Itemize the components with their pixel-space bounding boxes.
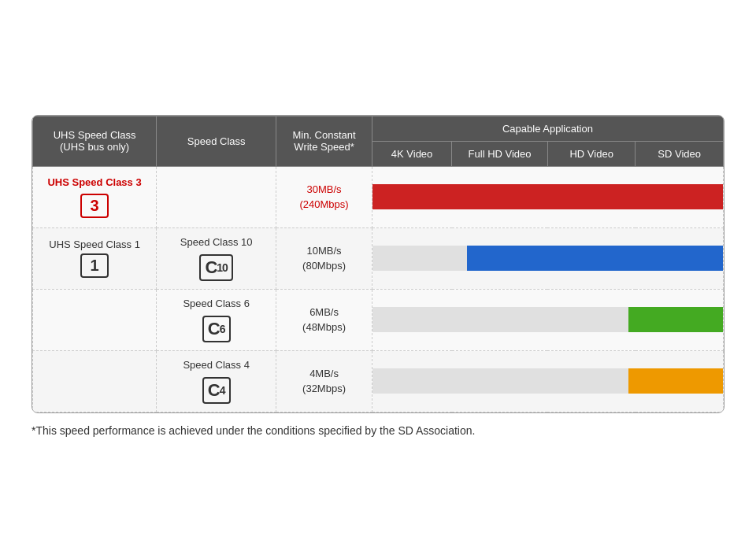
speed-class-cell-uhs3 bbox=[157, 166, 276, 227]
write-speed-cell-4: 4MB/s(32Mbps) bbox=[276, 350, 372, 412]
uhs1-logo-badge: 1 bbox=[80, 253, 109, 278]
class6-logo: C6 bbox=[161, 312, 271, 342]
col-speed-header: Speed Class bbox=[157, 116, 276, 166]
page-wrapper: UHS Speed Class (UHS bus only) Speed Cla… bbox=[32, 115, 724, 437]
footnote: *This speed performance is achieved unde… bbox=[32, 424, 724, 437]
speed-class-cell-6: Speed Class 6 C6 bbox=[157, 289, 276, 350]
uhs-class-cell-1: UHS Speed Class 1 1 bbox=[33, 227, 157, 289]
speed-class-table: UHS Speed Class (UHS bus only) Speed Cla… bbox=[32, 116, 724, 412]
uhs-class-cell: UHS Speed Class 3 3 bbox=[33, 166, 157, 227]
bar-cell-uhs3 bbox=[372, 166, 723, 227]
col-hd-header: HD Video bbox=[547, 141, 636, 166]
uhs-class-cell-empty-4 bbox=[33, 350, 157, 412]
uhs3-logo: 3 bbox=[38, 190, 151, 218]
table-container: UHS Speed Class (UHS bus only) Speed Cla… bbox=[32, 115, 724, 413]
write-speed-cell-uhs3: 30MB/s(240Mbps) bbox=[276, 166, 372, 227]
col-write-header: Min. Constant Write Speed* bbox=[276, 116, 372, 166]
write-speed-label: 30MB/s(240Mbps) bbox=[281, 182, 367, 213]
col-4k-header: 4K Video bbox=[372, 141, 451, 166]
header-row-1: UHS Speed Class (UHS bus only) Speed Cla… bbox=[33, 116, 724, 141]
bar-cell-10 bbox=[372, 227, 723, 289]
write-speed-cell-6: 6MB/s(48Mbps) bbox=[276, 289, 372, 350]
class6-badge: C6 bbox=[202, 316, 231, 342]
bar-cell-4 bbox=[372, 350, 723, 412]
speed-class-6-label: Speed Class 6 bbox=[161, 298, 271, 309]
class4-logo: C4 bbox=[161, 374, 271, 404]
speed-class-10-label: Speed Class 10 bbox=[161, 236, 271, 248]
capable-app-header: Capable Application bbox=[372, 116, 723, 141]
col-uhs-header: UHS Speed Class (UHS bus only) bbox=[33, 116, 157, 166]
table-row: Speed Class 6 C6 6MB/s(48Mbps) bbox=[33, 289, 724, 350]
write-speed-cell-10: 10MB/s(80Mbps) bbox=[276, 227, 372, 289]
class10-logo: C10 bbox=[161, 251, 271, 281]
col-fullhd-header: Full HD Video bbox=[452, 141, 548, 166]
uhs1-label: UHS Speed Class 1 bbox=[38, 239, 151, 250]
write-speed-6-label: 6MB/s(48Mbps) bbox=[281, 305, 367, 335]
speed-class-cell-4: Speed Class 4 C4 bbox=[157, 350, 276, 412]
bar-cell-6 bbox=[372, 289, 723, 350]
uhs1-logo: 1 bbox=[38, 250, 151, 278]
speed-class-4-label: Speed Class 4 bbox=[161, 359, 271, 371]
table-row: Speed Class 4 C4 4MB/s(32Mbps) bbox=[33, 350, 724, 412]
uhs-class-label: UHS Speed Class 3 bbox=[38, 176, 151, 190]
uhs-class-cell-empty-6 bbox=[33, 289, 157, 350]
table-row: UHS Speed Class 1 1 Speed Class 10 C10 bbox=[33, 227, 724, 289]
write-speed-4-label: 4MB/s(32Mbps) bbox=[281, 366, 367, 397]
uhs3-logo-badge: 3 bbox=[80, 194, 109, 218]
class10-badge: C10 bbox=[199, 254, 232, 281]
col-sd-header: SD Video bbox=[636, 141, 724, 166]
table-row: UHS Speed Class 3 3 30MB/s(240Mbps) bbox=[33, 166, 724, 227]
class4-badge: C4 bbox=[202, 377, 231, 404]
write-speed-10-label: 10MB/s(80Mbps) bbox=[281, 243, 367, 274]
speed-class-cell-10: Speed Class 10 C10 bbox=[157, 227, 276, 289]
